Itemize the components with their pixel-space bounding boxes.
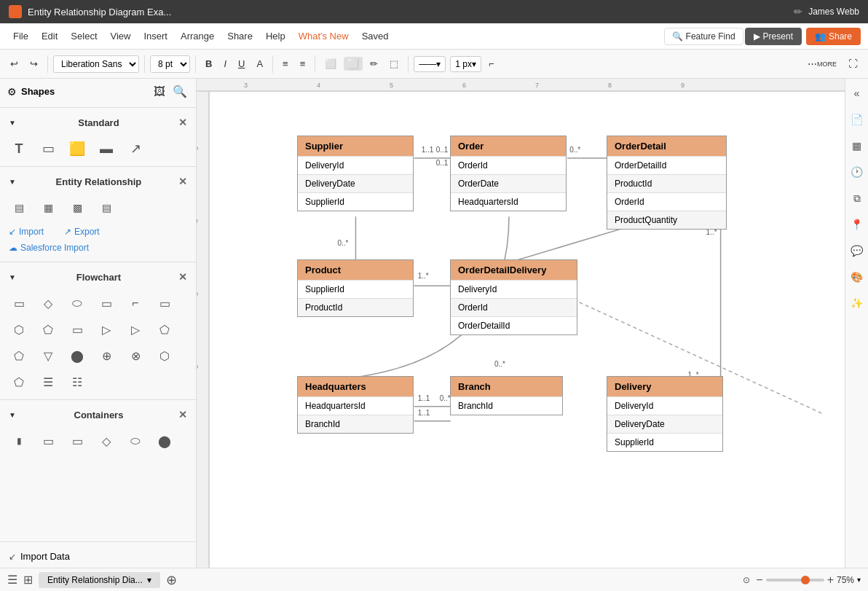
- fc-shape-17[interactable]: ⊗: [122, 344, 149, 367]
- zoom-dropdown-icon[interactable]: ▾: [857, 576, 861, 584]
- er-shape-1[interactable]: ▤: [6, 196, 32, 219]
- more-button[interactable]: ⋯ MORE: [803, 55, 841, 72]
- entity-order[interactable]: Order OrderId OrderDate HeadquartersId: [450, 136, 567, 211]
- image-search-icon[interactable]: 🖼: [152, 84, 167, 100]
- zoom-out-button[interactable]: −: [756, 574, 762, 587]
- line-fill-button[interactable]: ⬜: [344, 57, 363, 71]
- import-data-button[interactable]: ↙ Import Data: [0, 545, 196, 568]
- standard-section-header[interactable]: ▼ Standard ✕: [0, 111, 196, 134]
- fc-shape-11[interactable]: ▷: [122, 318, 149, 341]
- menu-whats-new[interactable]: What's New: [293, 28, 355, 44]
- canvas-area[interactable]: 3 4 5 6 7 8 9 3 4 5 6: [197, 79, 845, 568]
- fc-shape-12[interactable]: ⬠: [151, 318, 178, 341]
- line-style-select[interactable]: ——▾: [414, 56, 446, 72]
- fc-shape-5[interactable]: ⌐: [122, 291, 149, 315]
- fc-shape-8[interactable]: ⬠: [35, 318, 61, 341]
- fc-shape-1[interactable]: ▭: [6, 291, 32, 315]
- cont-shape-1[interactable]: ▮: [6, 429, 32, 453]
- arrow-shape[interactable]: ↗: [122, 137, 149, 160]
- fc-shape-10[interactable]: ▷: [93, 318, 119, 341]
- fc-shape-19[interactable]: ⬠: [6, 370, 32, 394]
- present-button[interactable]: ▶ Present: [745, 28, 802, 45]
- menu-edit[interactable]: Edit: [36, 28, 63, 44]
- undo-button[interactable]: ↩: [6, 55, 23, 72]
- entity-orderdetaildelivery[interactable]: OrderDetailDelivery DeliveryId OrderId O…: [450, 259, 577, 335]
- font-color-button[interactable]: A: [252, 55, 267, 72]
- cont-shape-4[interactable]: ◇: [93, 429, 119, 453]
- zoom-slider[interactable]: [766, 579, 824, 582]
- line-color-button[interactable]: ✏: [366, 55, 382, 72]
- zoom-slider-thumb[interactable]: [801, 576, 810, 584]
- underline-button[interactable]: U: [234, 55, 249, 72]
- fc-shape-13[interactable]: ⬠: [6, 344, 32, 367]
- cont-shape-2[interactable]: ▭: [35, 429, 61, 453]
- entity-headquarters[interactable]: Headquarters HeadquartersId BranchId: [297, 376, 414, 434]
- fc-shape-3[interactable]: ⬭: [64, 291, 90, 315]
- er-shape-4[interactable]: ▤: [93, 196, 119, 219]
- menu-help[interactable]: Help: [260, 28, 291, 44]
- menu-select[interactable]: Select: [65, 28, 103, 44]
- fc-shape-4[interactable]: ▭: [93, 291, 119, 315]
- wide-rect-shape[interactable]: ▬: [93, 137, 119, 160]
- flowchart-close-icon[interactable]: ✕: [178, 271, 187, 283]
- entity-orderdetail[interactable]: OrderDetail OrderDetailId ProductId Orde…: [607, 136, 727, 230]
- current-page-tab[interactable]: Entity Relationship Dia... ▾: [39, 572, 160, 588]
- menu-insert[interactable]: Insert: [138, 28, 173, 44]
- waypoint-button[interactable]: ⌐: [484, 55, 499, 72]
- export-button[interactable]: ↗ Export: [64, 227, 100, 237]
- cont-shape-3[interactable]: ▭: [64, 429, 90, 453]
- chat-icon[interactable]: 💬: [848, 242, 866, 259]
- fc-shape-18[interactable]: ⬡: [151, 344, 178, 367]
- entity-delivery[interactable]: Delivery DeliveryId DeliveryDate Supplie…: [607, 376, 723, 452]
- import-button[interactable]: ↙ Import: [9, 227, 44, 237]
- font-family-select[interactable]: Liberation Sans: [53, 55, 139, 73]
- add-page-button[interactable]: ⊕: [166, 572, 177, 588]
- er-shape-2[interactable]: ▦: [35, 196, 61, 219]
- list-view-icon[interactable]: ☰: [7, 573, 17, 587]
- fit-icon[interactable]: ⊙: [743, 575, 750, 585]
- er-close-icon[interactable]: ✕: [178, 176, 187, 187]
- edit-title-icon[interactable]: ✏: [794, 6, 802, 17]
- fc-shape-21[interactable]: ☷: [64, 370, 90, 394]
- cont-shape-6[interactable]: ⬤: [151, 429, 178, 453]
- flowchart-section-header[interactable]: ▼ Flowchart ✕: [0, 265, 196, 289]
- menu-saved[interactable]: Saved: [356, 28, 395, 44]
- bold-button[interactable]: B: [201, 55, 216, 72]
- fc-shape-2[interactable]: ◇: [35, 291, 61, 315]
- search-icon[interactable]: 🔍: [171, 83, 189, 100]
- diagram-canvas[interactable]: 1..1 0..1 0..1 0..* 0..* 1..* 1..* 1..* …: [210, 92, 845, 568]
- entity-supplier[interactable]: Supplier DeliveryId DeliveryDate Supplie…: [297, 136, 414, 211]
- line-width-select[interactable]: 1 px▾: [450, 56, 481, 72]
- text-shape[interactable]: T: [6, 137, 32, 160]
- pages-icon[interactable]: 📄: [848, 111, 866, 128]
- italic-button[interactable]: I: [219, 55, 231, 72]
- zoom-in-button[interactable]: +: [827, 574, 834, 587]
- entity-branch[interactable]: Branch BranchId: [450, 376, 563, 415]
- rectangle-shape[interactable]: ▭: [35, 137, 61, 160]
- fc-shape-15[interactable]: ⬤: [64, 344, 90, 367]
- note-shape[interactable]: 🟨: [64, 137, 90, 160]
- er-shape-3[interactable]: ▩: [64, 196, 90, 219]
- connection-button[interactable]: ⬚: [385, 55, 403, 72]
- menu-share[interactable]: Share: [221, 28, 259, 44]
- entity-product[interactable]: Product SupplierId ProductId: [297, 259, 414, 317]
- text-align-button[interactable]: ≡: [296, 55, 310, 72]
- share-button[interactable]: 👥 Share: [806, 28, 861, 45]
- fullscreen-button[interactable]: ⛶: [844, 55, 862, 72]
- collapse-panel-icon[interactable]: «: [848, 85, 866, 102]
- fc-shape-6[interactable]: ▭: [151, 291, 178, 315]
- fc-shape-7[interactable]: ⬡: [6, 318, 32, 341]
- redo-button[interactable]: ↪: [25, 55, 42, 72]
- layers-icon[interactable]: ⧉: [848, 189, 866, 207]
- standard-close-icon[interactable]: ✕: [178, 117, 187, 128]
- menu-arrange[interactable]: Arrange: [175, 28, 220, 44]
- font-size-select[interactable]: 8 pt: [150, 55, 190, 73]
- menu-view[interactable]: View: [105, 28, 137, 44]
- feature-find-button[interactable]: 🔍 Feature Find: [664, 28, 743, 45]
- fc-shape-9[interactable]: ▭: [64, 318, 90, 341]
- fc-shape-16[interactable]: ⊕: [93, 344, 119, 367]
- containers-close-icon[interactable]: ✕: [178, 409, 187, 420]
- magic-icon[interactable]: ✨: [848, 294, 866, 312]
- location-icon[interactable]: 📍: [848, 216, 866, 233]
- fc-shape-20[interactable]: ☰: [35, 370, 61, 394]
